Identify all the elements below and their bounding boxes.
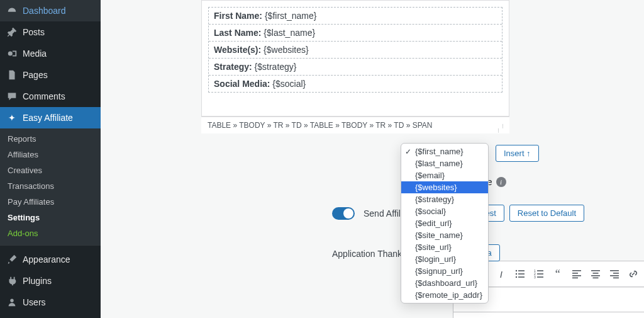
main-content: First Name: {$first_name}Last Name: {$la… <box>101 0 644 318</box>
sidebar-item-appearance[interactable]: Appearance <box>0 249 101 270</box>
align-center-button[interactable] <box>587 265 604 283</box>
svg-rect-20 <box>591 275 600 276</box>
variable-option[interactable]: {$site_name} <box>401 229 488 241</box>
sidebar-subitem-creatives[interactable]: Creatives <box>0 162 101 178</box>
svg-rect-7 <box>518 276 525 278</box>
svg-rect-15 <box>572 273 578 274</box>
dashboard-icon <box>6 5 18 16</box>
sidebar-item-label: Media <box>23 48 47 59</box>
variable-option[interactable]: {$social} <box>401 205 488 217</box>
svg-text:3: 3 <box>534 275 536 279</box>
editor-row: Strategy: {$strategy} <box>209 58 502 75</box>
svg-rect-11 <box>537 273 543 275</box>
svg-point-1 <box>10 299 13 302</box>
application-thank-label-fragment: Application Thank <box>332 249 402 259</box>
plugin-icon <box>6 275 18 287</box>
sidebar-subitem-pay-affiliates[interactable]: Pay Affiliates <box>0 194 101 210</box>
svg-rect-3 <box>518 270 525 271</box>
sidebar-subitem-add-ons[interactable]: Add-ons <box>0 225 101 241</box>
email-editor[interactable]: First Name: {$first_name}Last Name: {$la… <box>201 0 509 116</box>
sidebar-item-label: Users <box>23 297 46 307</box>
svg-point-0 <box>8 51 13 55</box>
sidebar-submenu: ReportsAffiliatesCreativesTransactionsPa… <box>0 128 101 245</box>
variable-option[interactable]: {$login_url} <box>401 253 488 265</box>
svg-point-4 <box>516 273 517 275</box>
sidebar-subitem-reports[interactable]: Reports <box>0 131 101 147</box>
brush-icon <box>6 254 18 265</box>
editor-canvas[interactable] <box>453 312 644 318</box>
editor-row: Social Media: {$social} <box>209 75 502 92</box>
sidebar-item-posts[interactable]: Posts <box>0 21 101 43</box>
svg-rect-23 <box>613 273 619 274</box>
resize-handle-icon[interactable]: ⟋⟋ <box>494 122 508 135</box>
sidebar-item-label: Appearance <box>23 254 70 264</box>
sidebar-item-label: Pages <box>23 70 48 80</box>
svg-point-6 <box>516 276 517 278</box>
send-affiliate-toggle[interactable] <box>332 207 355 220</box>
editor-row: Last Name: {$last_name} <box>209 24 502 41</box>
variable-option[interactable]: {$remote_ip_addr} <box>401 289 488 301</box>
variable-option[interactable]: {$strategy} <box>401 193 488 205</box>
variable-option[interactable]: {$last_name} <box>401 157 488 169</box>
variable-option[interactable]: {$websites} <box>401 181 488 193</box>
link-button[interactable] <box>625 265 642 283</box>
variable-option[interactable]: {$first_name} <box>401 145 488 157</box>
sidebar-item-users[interactable]: Users <box>0 292 101 313</box>
editor-table: First Name: {$first_name}Last Name: {$la… <box>208 7 502 93</box>
page-icon <box>6 69 18 81</box>
sidebar-item-pages[interactable]: Pages <box>0 64 101 86</box>
variable-option[interactable]: {$dashboard_url} <box>401 277 488 289</box>
svg-rect-13 <box>537 276 543 278</box>
svg-rect-9 <box>537 270 543 271</box>
svg-rect-21 <box>592 278 598 279</box>
svg-rect-5 <box>518 273 525 275</box>
variable-option[interactable]: {$email} <box>401 169 488 181</box>
sidebar-item-easy-affiliate[interactable]: ✦ Easy Affiliate <box>0 107 101 128</box>
sidebar-item-dashboard[interactable]: Dashboard <box>0 0 101 21</box>
media-icon <box>6 48 18 59</box>
sidebar-item-label: Posts <box>23 27 45 37</box>
sidebar-item-media[interactable]: Media <box>0 43 101 64</box>
sparkle-icon: ✦ <box>6 112 18 123</box>
sidebar-item-label: Comments <box>23 91 65 101</box>
variable-dropdown[interactable]: {$first_name}{$last_name}{$email}{$websi… <box>401 143 489 304</box>
variable-option[interactable]: {$edit_url} <box>401 217 488 229</box>
reset-to-default-button[interactable]: Reset to Default <box>509 205 584 222</box>
sidebar-item-label: Easy Affiliate <box>23 113 73 123</box>
pin-icon <box>6 26 18 38</box>
svg-rect-18 <box>591 270 600 271</box>
comment-icon <box>6 91 18 102</box>
sidebar-item-comments[interactable]: Comments <box>0 86 101 107</box>
editor-element-path: TABLE » TBODY » TR » TD » TABLE » TBODY … <box>201 116 509 133</box>
align-right-button[interactable] <box>606 265 623 283</box>
sidebar-item-label: Plugins <box>23 276 52 286</box>
sidebar-subitem-settings[interactable]: Settings <box>0 210 101 225</box>
user-icon <box>6 297 18 308</box>
blockquote-button[interactable]: “ <box>549 265 567 283</box>
svg-rect-25 <box>613 278 619 279</box>
insert-variable-button[interactable]: Insert ↑ <box>496 145 539 162</box>
info-icon[interactable]: i <box>496 177 506 187</box>
svg-rect-22 <box>610 270 619 271</box>
sidebar-item-plugins[interactable]: Plugins <box>0 270 101 292</box>
sidebar-subitem-transactions[interactable]: Transactions <box>0 178 101 194</box>
svg-point-2 <box>516 270 517 271</box>
editor-row: First Name: {$first_name} <box>209 8 502 24</box>
svg-rect-19 <box>592 273 598 274</box>
svg-rect-14 <box>572 270 581 271</box>
numbered-list-button[interactable]: 123 <box>530 265 548 283</box>
svg-rect-17 <box>572 278 578 279</box>
svg-rect-16 <box>572 275 581 276</box>
svg-rect-24 <box>610 275 619 276</box>
variable-option[interactable]: {$signup_url} <box>401 265 488 277</box>
sidebar-subitem-affiliates[interactable]: Affiliates <box>0 147 101 162</box>
bullet-list-button[interactable] <box>511 265 529 283</box>
sidebar-item-label: Dashboard <box>23 6 66 16</box>
italic-button[interactable]: I <box>492 265 510 283</box>
admin-sidebar: DashboardPostsMediaPagesComments ✦ Easy … <box>0 0 101 318</box>
editor-row: Website(s): {$websites} <box>209 41 502 58</box>
align-left-button[interactable] <box>568 265 586 283</box>
variable-option[interactable]: {$site_url} <box>401 241 488 253</box>
